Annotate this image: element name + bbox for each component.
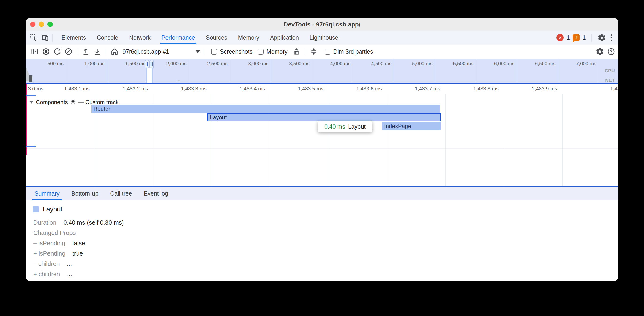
home-icon[interactable] [109, 46, 120, 57]
screenshots-checkbox-group[interactable]: Screenshots [211, 48, 252, 55]
overview-gridline [353, 59, 353, 83]
overview-selection-window[interactable] [148, 68, 152, 83]
titlebar: DevTools - 97r6ql.csb.app/ [26, 18, 618, 31]
devtools-window: DevTools - 97r6ql.csb.app/ ElementsConso… [26, 18, 618, 281]
flame-bar-indexpage[interactable]: IndexPage [382, 122, 441, 130]
settings-gear-icon[interactable] [598, 33, 606, 42]
selection-left-stem[interactable] [146, 68, 148, 83]
toolbar-divider-4 [305, 48, 305, 55]
help-icon[interactable] [606, 46, 617, 57]
toggle-sidebar-icon[interactable] [29, 46, 40, 57]
overview-gridline [189, 59, 189, 83]
memory-checkbox-group[interactable]: Memory [258, 48, 288, 55]
collapse-arrows-icon[interactable] [308, 46, 320, 57]
inspect-element-icon[interactable] [30, 34, 38, 42]
summary-row-value: false [72, 240, 85, 247]
track-highlight-marker [26, 84, 27, 155]
flame-bar-router[interactable]: Router [91, 105, 440, 113]
ruler-tick-label: 1,484 [572, 86, 618, 92]
toolbar-divider-2 [106, 48, 106, 55]
detail-tabbar: SummaryBottom-upCall treeEvent log [26, 186, 618, 200]
detail-tab-summary[interactable]: Summary [34, 187, 60, 200]
detail-tab-call-tree[interactable]: Call tree [110, 187, 132, 200]
overview-tick-label: 2,000 ms [152, 61, 186, 66]
detail-tab-bottom-up[interactable]: Bottom-up [71, 187, 98, 200]
warning-count[interactable]: 1 [582, 34, 586, 41]
toolbar-divider-5 [591, 48, 592, 55]
summary-row: Changed Props [33, 228, 124, 238]
summary-row-value: 0.40 ms (self 0.30 ms) [63, 219, 124, 226]
device-toolbar-icon[interactable] [41, 34, 49, 42]
summary-rows: Duration0.40 ms (self 0.30 ms)Changed Pr… [33, 217, 124, 279]
timeline-overview[interactable]: 500 ms1,000 ms1,500 ms2,000 ms2,500 ms3,… [26, 59, 618, 83]
memory-checkbox[interactable] [258, 49, 264, 55]
record-icon[interactable] [40, 46, 52, 57]
summary-row: – isPendingfalse [33, 238, 124, 248]
flame-tooltip: 0.40 ms Layout [318, 121, 372, 132]
tab-elements[interactable]: Elements [62, 31, 86, 44]
selection-left-handle[interactable] [144, 60, 149, 68]
tab-console[interactable]: Console [97, 31, 118, 44]
summary-row: + isPendingtrue [33, 248, 124, 259]
overview-tick-label: 3,000 ms [233, 61, 268, 66]
overview-gridline [435, 59, 435, 83]
summary-header: Layout [33, 206, 62, 213]
error-count[interactable]: 1 [566, 34, 570, 41]
flame-bar-layout[interactable]: Layout [207, 113, 441, 121]
overview-gridline [517, 59, 517, 83]
summary-row-label: + children [33, 271, 60, 278]
overview-tick-label: 1,500 ms [110, 61, 146, 66]
overview-tick-label: 500 ms [28, 61, 64, 66]
ruler-tick-label: 1,483.6 ms [330, 86, 382, 92]
flame-chart[interactable]: Components — Custom track RouterLayoutIn… [26, 94, 618, 186]
more-options-kebab-icon[interactable] [609, 33, 614, 42]
window-title: DevTools - 97r6ql.csb.app/ [26, 18, 618, 31]
overview-gridline [230, 59, 230, 83]
screenshots-checkbox[interactable] [211, 49, 217, 55]
tab-sources[interactable]: Sources [206, 31, 228, 44]
target-select[interactable]: 97r6ql.csb.app #1 [122, 48, 200, 55]
summary-row-value: ... [67, 271, 72, 278]
summary-row-value: true [72, 250, 83, 257]
devtools-tabbar: ElementsConsoleNetworkPerformanceSources… [26, 31, 618, 45]
performance-toolbar: 97r6ql.csb.app #1 Screenshots Memory [26, 44, 618, 59]
reload-record-icon[interactable] [52, 46, 63, 57]
overview-gridline [66, 59, 66, 83]
summary-row-label: – children [33, 260, 60, 268]
tab-network[interactable]: Network [129, 31, 151, 44]
toolbar-divider-1 [77, 48, 78, 55]
atom-icon [70, 99, 76, 105]
tab-application[interactable]: Application [270, 31, 299, 44]
expand-triangle-icon[interactable] [29, 101, 34, 104]
selection-right-handle[interactable] [150, 60, 154, 68]
tab-memory[interactable]: Memory [238, 31, 259, 44]
screenshots-label: Screenshots [220, 48, 252, 55]
tab-performance[interactable]: Performance [162, 31, 195, 44]
summary-row: – children... [33, 259, 124, 269]
ruler-tick-label: 1,483.9 ms [506, 86, 557, 92]
clear-icon[interactable] [63, 46, 74, 57]
cpu-bump-small [178, 80, 180, 81]
tabbar-right-divider [592, 34, 592, 42]
summary-row-label: – isPending [33, 240, 65, 247]
tabbar-divider [52, 34, 52, 42]
upload-profile-icon[interactable] [80, 46, 92, 57]
detail-tab-event-log[interactable]: Event log [144, 187, 168, 200]
error-badge-icon[interactable]: ✕ [556, 34, 564, 41]
overview-tick-label: 7,000 ms [561, 61, 596, 66]
target-select-value: 97r6ql.csb.app #1 [122, 48, 169, 55]
selection-right-stem[interactable] [152, 68, 153, 83]
overview-gridline [394, 59, 394, 83]
ruler-tick-label: 1,483.2 ms [96, 86, 148, 92]
ruler-tick-label: 1,483.5 ms [272, 86, 324, 92]
tab-lighthouse[interactable]: Lighthouse [310, 31, 338, 44]
summary-row-value: ... [67, 260, 72, 268]
overview-tick-label: 6,000 ms [479, 61, 514, 66]
collect-garbage-icon[interactable] [291, 46, 302, 57]
dim-3rd-parties-checkbox-group[interactable]: Dim 3rd parties [324, 48, 373, 55]
warning-badge-icon[interactable]: ! [573, 34, 580, 41]
overview-tick-label: 4,000 ms [315, 61, 350, 66]
capture-settings-gear-icon[interactable] [594, 46, 606, 57]
download-profile-icon[interactable] [92, 46, 103, 57]
dim-3rd-parties-checkbox[interactable] [324, 49, 330, 55]
